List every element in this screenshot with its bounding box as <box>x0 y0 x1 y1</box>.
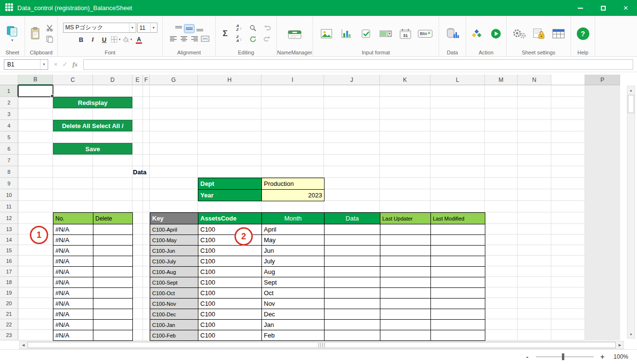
row-header-9[interactable]: 9 <box>0 178 18 189</box>
no-column-header[interactable]: No. <box>53 213 93 224</box>
vertical-scrollbar[interactable]: ▲ ▼ <box>627 86 635 338</box>
delete-cell[interactable] <box>93 224 133 235</box>
dept-value-cell[interactable]: Production <box>262 178 325 190</box>
na-cell[interactable]: #N/A <box>53 299 93 309</box>
formula-input[interactable] <box>83 59 633 70</box>
insert-checkbox-button[interactable] <box>357 24 375 43</box>
align-middle-button[interactable] <box>184 25 194 33</box>
row-header-14[interactable]: 14 <box>0 234 18 245</box>
run-button[interactable] <box>487 24 504 43</box>
maximize-button[interactable] <box>592 0 614 16</box>
cancel-icon[interactable]: × <box>54 61 58 68</box>
delete-column-header[interactable]: Delete <box>93 213 133 224</box>
delete-all-select-all-button[interactable]: Delete All Select All / <box>53 120 132 131</box>
dept-label-cell[interactable]: Dept <box>198 178 262 190</box>
last-updater-cell[interactable] <box>380 320 431 330</box>
last-modified-column-header[interactable]: Last Modified <box>431 213 485 224</box>
column-header-F[interactable]: F <box>143 75 150 85</box>
font-size-select[interactable]: 11 ▼ <box>137 23 157 33</box>
horizontal-scrollbar[interactable]: ◀ ▶ <box>19 341 624 349</box>
column-header-E[interactable]: E <box>132 75 143 85</box>
close-button[interactable]: × <box>614 0 637 16</box>
last-updater-cell[interactable] <box>380 288 431 299</box>
na-cell[interactable]: #N/A <box>53 309 93 320</box>
align-center-button[interactable] <box>179 35 189 43</box>
row-header-13[interactable]: 13 <box>0 224 18 234</box>
column-header-N[interactable]: N <box>518 75 551 85</box>
data-cell[interactable] <box>325 309 380 320</box>
column-header-C[interactable]: C <box>53 75 93 85</box>
zoom-slider-thumb[interactable] <box>562 353 564 360</box>
row-header-23[interactable]: 23 <box>0 330 18 340</box>
month-cell[interactable]: Sept <box>262 277 325 288</box>
na-cell[interactable]: #N/A <box>53 256 93 267</box>
align-top-button[interactable] <box>174 25 183 33</box>
column-header-L[interactable]: L <box>430 75 485 85</box>
assets-code-cell[interactable]: C100 <box>198 299 262 309</box>
cut-button[interactable] <box>44 23 55 34</box>
month-column-header[interactable]: Month <box>262 213 325 224</box>
assets-code-cell[interactable]: C100 <box>198 330 262 341</box>
help-button[interactable]: ? <box>574 21 592 46</box>
key-cell[interactable]: C100-May <box>150 235 198 246</box>
column-header-K[interactable]: K <box>380 75 430 85</box>
assets-code-cell[interactable]: C100 <box>198 277 262 288</box>
align-right-button[interactable] <box>190 35 199 43</box>
data-cell[interactable] <box>325 267 380 277</box>
row-header-20[interactable]: 20 <box>0 298 18 309</box>
delete-cell[interactable] <box>93 330 133 341</box>
assets-code-cell[interactable]: C100 <box>198 320 262 330</box>
data-cell[interactable] <box>325 256 380 267</box>
insert-combobox-button[interactable] <box>377 24 394 43</box>
data-cell[interactable] <box>325 320 380 330</box>
key-cell[interactable]: C100-July <box>150 256 198 267</box>
row-header-12[interactable]: 12 <box>0 212 18 224</box>
month-cell[interactable]: May <box>262 235 325 246</box>
assets-code-cell[interactable]: C100 <box>198 256 262 267</box>
assets-code-cell[interactable]: C100 <box>198 246 262 256</box>
undo-button[interactable] <box>261 23 273 34</box>
na-cell[interactable]: #N/A <box>53 320 93 330</box>
zoom-out-button[interactable]: - <box>523 353 531 361</box>
underline-button[interactable]: U <box>99 35 110 44</box>
save-button[interactable]: Save <box>53 143 132 155</box>
font-family-select[interactable]: MS Pゴシック ▼ <box>63 23 136 33</box>
delete-cell[interactable] <box>93 288 133 299</box>
na-cell[interactable]: #N/A <box>53 288 93 299</box>
assets-code-cell[interactable]: C100 <box>198 288 262 299</box>
row-header-22[interactable]: 22 <box>0 319 18 330</box>
delete-cell[interactable] <box>93 320 133 330</box>
last-updater-cell[interactable] <box>380 277 431 288</box>
data-cell[interactable] <box>325 277 380 288</box>
redisplay-button[interactable]: Redisplay <box>53 97 132 108</box>
last-modified-cell[interactable] <box>431 277 485 288</box>
align-left-button[interactable] <box>169 35 178 43</box>
data-cell[interactable] <box>325 235 380 246</box>
column-header-M[interactable]: M <box>485 75 518 85</box>
last-modified-cell[interactable] <box>431 235 485 246</box>
redo-button[interactable] <box>261 34 273 45</box>
column-header-J[interactable]: J <box>324 75 380 85</box>
fill-color-button[interactable]: ▼ <box>122 35 133 44</box>
last-updater-column-header[interactable]: Last Updater <box>380 213 431 224</box>
insert-chart-button[interactable] <box>338 24 355 43</box>
row-header-17[interactable]: 17 <box>0 266 18 277</box>
key-column-header[interactable]: Key <box>150 213 198 224</box>
last-updater-cell[interactable] <box>380 235 431 246</box>
data-cell[interactable] <box>325 246 380 256</box>
row-header-16[interactable]: 16 <box>0 256 18 266</box>
na-cell[interactable]: #N/A <box>53 267 93 277</box>
copy-button[interactable] <box>44 34 55 45</box>
delete-cell[interactable] <box>93 235 133 246</box>
borders-button[interactable]: ▼ <box>111 35 121 44</box>
row-header-8[interactable]: 8 <box>0 166 18 178</box>
insert-button-control-button[interactable]: Btn+ <box>416 24 434 43</box>
last-modified-cell[interactable] <box>431 320 485 330</box>
key-cell[interactable]: C100-Nov <box>150 299 198 309</box>
delete-cell[interactable] <box>93 277 133 288</box>
column-header-I[interactable]: I <box>261 75 324 85</box>
scroll-right-button[interactable]: ▶ <box>616 341 624 349</box>
cell-reference-box[interactable]: B1 ▼ <box>4 59 48 70</box>
row-header-18[interactable]: 18 <box>0 277 18 287</box>
key-cell[interactable]: C100-Feb <box>150 330 198 341</box>
